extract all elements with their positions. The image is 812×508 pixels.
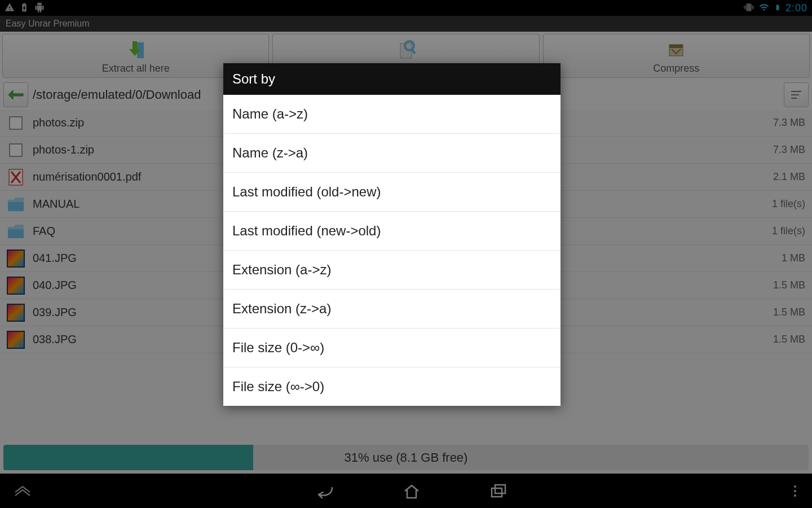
sort-option[interactable]: Name (a->z): [223, 95, 561, 134]
sort-option[interactable]: File size (∞->0): [223, 367, 561, 406]
sort-option[interactable]: Name (z->a): [223, 134, 561, 173]
sort-option[interactable]: Extension (z->a): [223, 290, 561, 329]
sort-option[interactable]: Extension (a->z): [223, 251, 561, 290]
dialog-options-list: Name (a->z)Name (z->a)Last modified (old…: [223, 95, 561, 406]
sort-dialog: Sort by Name (a->z)Name (z->a)Last modif…: [223, 63, 561, 406]
sort-option[interactable]: File size (0->∞): [223, 329, 561, 367]
dialog-title: Sort by: [223, 63, 561, 95]
sort-option[interactable]: Last modified (new->old): [223, 212, 561, 251]
sort-option[interactable]: Last modified (old->new): [223, 173, 561, 212]
